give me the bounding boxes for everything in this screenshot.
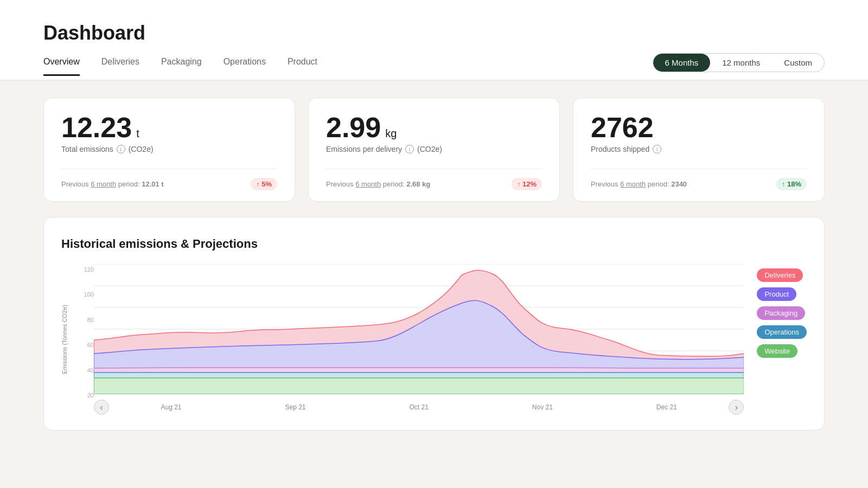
stat-label-text-per-delivery: Emissions per delivery: [326, 145, 402, 153]
stat-change-per-delivery: ↑ 12%: [512, 178, 542, 190]
chart-area: Emissions (Tonnes CO2e) 120 100 80 60 40…: [61, 264, 807, 415]
x-label-dec: Dec 21: [656, 403, 677, 411]
arrow-up-icon-products: ↑: [782, 181, 785, 188]
chart-nav-next[interactable]: ›: [729, 400, 744, 415]
stat-footer-emissions: Previous 6 month period: 12.01 t ↑ 5%: [61, 169, 277, 190]
stat-prev-products: Previous 6 month period: 2340: [591, 180, 687, 188]
nav-row: Overview Deliveries Packaging Operations…: [43, 53, 825, 80]
top-bar: Dashboard Overview Deliveries Packaging …: [0, 0, 868, 80]
stat-change-emissions: ↑ 5%: [251, 178, 277, 190]
stat-label-products: Products shipped i: [591, 145, 807, 153]
time-selector: 6 Months 12 months Custom: [653, 53, 825, 72]
stats-row: 12.23 t Total emissions i (CO2e) Previou…: [43, 98, 825, 202]
y-label-120: 120: [76, 266, 94, 273]
chart-container: Emissions (Tonnes CO2e) 120 100 80 60 40…: [61, 264, 744, 415]
stat-main-per-delivery: 2.99 kg: [326, 113, 542, 142]
chart-legend: Deliveries Product Packaging Operations …: [757, 264, 807, 358]
stat-footer-products: Previous 6 month period: 2340 ↑ 18%: [591, 169, 807, 190]
legend-item-operations: Operations: [757, 325, 807, 339]
stat-card-products-shipped: 2762 Products shipped i Previous 6 month…: [573, 98, 825, 202]
tab-deliveries[interactable]: Deliveries: [101, 57, 139, 76]
stat-label-emissions: Total emissions i (CO2e): [61, 145, 277, 153]
y-label-100: 100: [76, 291, 94, 298]
stat-label-per-delivery: Emissions per delivery i (CO2e): [326, 145, 542, 153]
tab-operations[interactable]: Operations: [224, 57, 266, 76]
legend-item-packaging: Packaging: [757, 306, 807, 320]
stat-change-value-per-delivery: 12%: [522, 180, 537, 188]
stat-footer-per-delivery: Previous 6 month period: 2.68 kg ↑ 12%: [326, 169, 542, 190]
stat-unit-emissions: t: [136, 127, 139, 140]
page-title: Dashboard: [43, 11, 825, 53]
legend-item-deliveries: Deliveries: [757, 268, 807, 282]
legend-badge-deliveries[interactable]: Deliveries: [757, 268, 803, 282]
time-btn-custom[interactable]: Custom: [772, 54, 824, 72]
stat-card-per-delivery: 2.99 kg Emissions per delivery i (CO2e) …: [308, 98, 560, 202]
main-content: 12.23 t Total emissions i (CO2e) Previou…: [0, 80, 868, 448]
info-icon-emissions[interactable]: i: [117, 145, 125, 153]
x-label-nov: Nov 21: [532, 403, 553, 411]
arrow-up-icon-per-delivery: ↑: [517, 181, 520, 188]
x-axis-row: ‹ Aug 21 Sep 21 Oct 21 Nov 21 Dec 21 ›: [94, 400, 744, 415]
stat-main-emissions: 12.23 t: [61, 113, 277, 142]
y-label-60: 60: [76, 342, 94, 348]
stat-label-text-products: Products shipped: [591, 145, 649, 153]
x-labels: Aug 21 Sep 21 Oct 21 Nov 21 Dec 21: [109, 403, 729, 411]
stat-unit-per-delivery: kg: [385, 127, 397, 140]
y-axis-label: Emissions (Tonnes CO2e): [61, 305, 68, 374]
stat-change-products: ↑ 18%: [776, 178, 807, 190]
stat-main-products: 2762: [591, 113, 807, 142]
chart-nav-prev[interactable]: ‹: [94, 400, 109, 415]
tab-overview[interactable]: Overview: [43, 57, 80, 76]
stat-prev-per-delivery: Previous 6 month period: 2.68 kg: [326, 180, 430, 188]
stat-label-text-emissions: Total emissions: [61, 145, 113, 153]
tab-packaging[interactable]: Packaging: [161, 57, 202, 76]
info-icon-products[interactable]: i: [653, 145, 661, 153]
legend-item-website: Website: [757, 344, 807, 358]
stat-number-per-delivery: 2.99: [326, 113, 381, 142]
stat-change-value-products: 18%: [787, 180, 801, 188]
legend-badge-operations[interactable]: Operations: [757, 325, 807, 339]
y-label-80: 80: [76, 317, 94, 323]
time-btn-12months[interactable]: 12 months: [710, 54, 772, 72]
stat-card-total-emissions: 12.23 t Total emissions i (CO2e) Previou…: [43, 98, 295, 202]
x-label-oct: Oct 21: [410, 403, 429, 411]
arrow-up-icon-emissions: ↑: [256, 181, 259, 188]
legend-badge-website[interactable]: Website: [757, 344, 797, 358]
tab-product[interactable]: Product: [288, 57, 317, 76]
stat-change-value-emissions: 5%: [261, 180, 272, 188]
stat-label-suffix-per-delivery: (CO2e): [417, 145, 442, 153]
y-label-20: 20: [76, 392, 94, 399]
legend-item-product: Product: [757, 287, 807, 301]
legend-badge-product[interactable]: Product: [757, 287, 796, 301]
x-label-aug: Aug 21: [161, 403, 181, 411]
chart-title: Historical emissions & Projections: [61, 237, 807, 251]
x-label-sep: Sep 21: [285, 403, 306, 411]
y-label-40: 40: [76, 367, 94, 374]
stat-number-products: 2762: [591, 113, 654, 142]
info-icon-per-delivery[interactable]: i: [405, 145, 414, 153]
stat-number-emissions: 12.23: [61, 113, 132, 142]
nav-tabs: Overview Deliveries Packaging Operations…: [43, 57, 317, 76]
stat-prev-emissions: Previous 6 month period: 12.01 t: [61, 180, 164, 188]
time-btn-6months[interactable]: 6 Months: [653, 54, 711, 72]
chart-svg: [94, 264, 744, 394]
legend-badge-packaging[interactable]: Packaging: [757, 306, 805, 320]
chart-card: Historical emissions & Projections Emiss…: [43, 217, 825, 431]
stat-label-suffix-emissions: (CO2e): [129, 145, 154, 153]
